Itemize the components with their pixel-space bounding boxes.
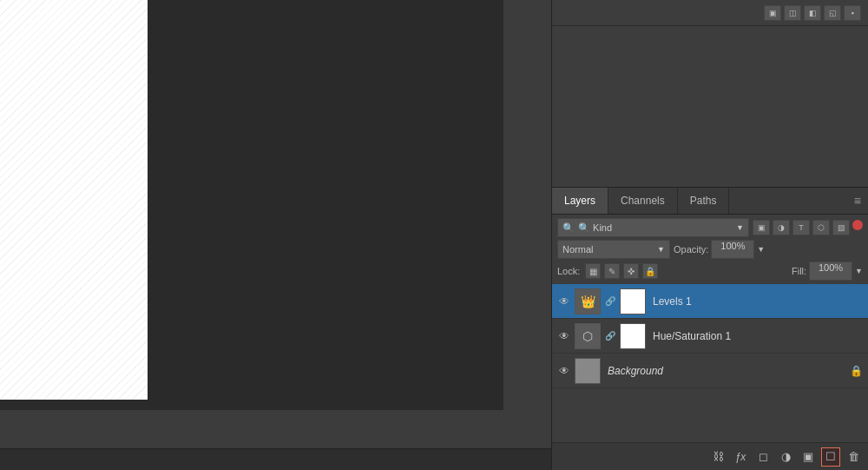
layer-name-hue1: Hue/Saturation 1 xyxy=(649,330,863,342)
canvas-area xyxy=(0,0,551,470)
layer-item-background[interactable]: 👁 🖼 Background 🔒 xyxy=(552,354,868,388)
mode-dropdown[interactable]: Normal ▼ xyxy=(557,240,670,259)
top-icon-1[interactable]: ◫ xyxy=(784,5,801,21)
kind-icon-pixel[interactable]: ▣ xyxy=(753,220,770,235)
lock-transparency[interactable]: ▦ xyxy=(585,263,601,279)
group-layers-button[interactable]: ▣ xyxy=(799,447,818,467)
kind-icon-adjust[interactable]: ◑ xyxy=(773,220,790,235)
add-adjustment-button[interactable]: ◑ xyxy=(776,447,795,467)
tab-channels[interactable]: Channels xyxy=(608,188,678,214)
kind-icon-dot[interactable] xyxy=(852,220,863,230)
top-icon-4[interactable]: ▪ xyxy=(844,5,861,21)
layer-item-levels1[interactable]: 👁 👑 🔗 Levels 1 xyxy=(552,284,868,319)
search-icon: 🔍 xyxy=(562,222,575,234)
layer-effects-button[interactable]: ƒx xyxy=(731,447,750,467)
layer-link-levels1[interactable]: 🔗 xyxy=(604,295,616,308)
fill-arrow: ▼ xyxy=(855,267,863,275)
lock-all[interactable]: 🔒 xyxy=(642,263,658,279)
layer-thumb-hue1: ⬡ xyxy=(575,323,601,349)
lock-fill-row: Lock: ▦ ✎ ✜ 🔒 Fill: 100% ▼ xyxy=(557,261,863,281)
kind-row: 🔍 🔍 Kind ▼ ▣ ◑ T ⬡ ▧ xyxy=(557,218,863,237)
tabs-menu-icon[interactable]: ≡ xyxy=(847,188,868,214)
layer-mask-levels1 xyxy=(620,288,646,314)
kind-icons: ▣ ◑ T ⬡ ▧ xyxy=(753,220,863,235)
top-icon-2[interactable]: ◧ xyxy=(804,5,821,21)
opacity-control: Opacity: 100% ▼ xyxy=(674,240,765,259)
delete-layer-button[interactable]: 🗑 xyxy=(844,447,863,467)
top-icon-0[interactable]: ▣ xyxy=(764,5,781,21)
visibility-eye-hue1[interactable]: 👁 xyxy=(557,329,571,343)
tab-layers[interactable]: Layers xyxy=(552,188,608,214)
layer-name-levels1: Levels 1 xyxy=(649,295,863,308)
kind-icon-smart[interactable]: ▧ xyxy=(832,220,850,235)
kind-dropdown-arrow: ▼ xyxy=(736,223,744,232)
opacity-arrow: ▼ xyxy=(757,245,765,254)
canvas-content xyxy=(0,0,503,410)
mode-arrow: ▼ xyxy=(657,245,665,254)
lock-position[interactable]: ✜ xyxy=(623,263,639,279)
layer-mask-hue1 xyxy=(620,323,646,349)
layer-thumb-levels1: 👑 xyxy=(575,288,601,314)
new-layer-button[interactable]: ☐ xyxy=(821,447,840,467)
hue-icon: ⬡ xyxy=(582,329,593,343)
tabs-row: Layers Channels Paths ≡ xyxy=(552,187,868,215)
kind-icon-text[interactable]: T xyxy=(792,220,810,235)
canvas-bottom-bar xyxy=(0,448,551,470)
lock-image[interactable]: ✎ xyxy=(604,263,620,279)
layer-link-hue1[interactable]: 🔗 xyxy=(604,330,616,342)
background-lock-icon: 🔒 xyxy=(850,365,863,377)
panel-top-empty xyxy=(552,26,868,187)
layers-list: 👁 👑 🔗 Levels 1 👁 ⬡ 🔗 Hue/Saturation 1 👁 … xyxy=(552,284,868,442)
top-icon-3[interactable]: ◱ xyxy=(824,5,841,21)
layer-thumb-background: 🖼 xyxy=(575,358,601,384)
visibility-eye-background[interactable]: 👁 xyxy=(557,364,571,378)
kind-icon-shape[interactable]: ⬡ xyxy=(812,220,830,235)
add-mask-button[interactable]: ◻ xyxy=(753,447,773,467)
opacity-input[interactable]: 100% xyxy=(711,240,754,259)
background-icon: 🖼 xyxy=(582,364,594,378)
visibility-eye-levels1[interactable]: 👁 xyxy=(557,295,571,308)
fill-control: Fill: 100% ▼ xyxy=(792,261,863,281)
layer-item-hue1[interactable]: 👁 ⬡ 🔗 Hue/Saturation 1 xyxy=(552,319,868,354)
canvas-sketch xyxy=(0,0,148,400)
link-layers-button[interactable]: ⛓ xyxy=(708,447,727,467)
levels-icon: 👑 xyxy=(581,295,595,308)
top-icon-bar: ▣ ◫ ◧ ◱ ▪ xyxy=(552,0,868,26)
fill-input[interactable]: 100% xyxy=(809,261,852,281)
layer-name-background: Background xyxy=(604,365,846,377)
layers-controls: 🔍 🔍 Kind ▼ ▣ ◑ T ⬡ ▧ Normal ▼ Opacity: xyxy=(552,215,868,284)
kind-dropdown[interactable]: 🔍 🔍 Kind ▼ xyxy=(557,218,749,237)
normal-opacity-row: Normal ▼ Opacity: 100% ▼ xyxy=(557,240,863,259)
right-panel: ▣ ◫ ◧ ◱ ▪ Layers Channels Paths ≡ 🔍 🔍 Ki… xyxy=(551,0,868,470)
layers-bottom-bar: ⛓ ƒx ◻ ◑ ▣ ☐ 🗑 xyxy=(552,442,868,470)
tab-paths[interactable]: Paths xyxy=(678,188,730,214)
